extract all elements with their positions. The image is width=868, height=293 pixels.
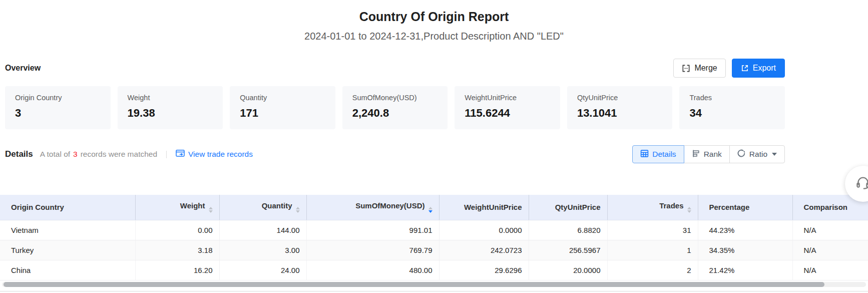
- tab-ratio-label: Ratio: [749, 150, 767, 159]
- stat-card-weight-unit-price: WeightUnitPrice 115.6244: [455, 86, 560, 129]
- match-summary-suffix: records were matched: [81, 150, 157, 158]
- cell-comparison: N/A: [792, 220, 868, 240]
- stat-label: WeightUnitPrice: [465, 94, 550, 102]
- col-header-label: Percentage: [709, 203, 750, 211]
- cell-sum-of-money: 480.00: [306, 260, 439, 280]
- overview-toolbar: Overview Merge Export: [0, 59, 868, 78]
- cell-weight: 3.18: [135, 240, 219, 260]
- cell-quantity: 24.00: [219, 260, 306, 280]
- page-bottom-edge: [0, 291, 868, 291]
- export-button[interactable]: Export: [732, 59, 785, 78]
- col-header-label: Comparison: [804, 203, 848, 211]
- stat-label: Trades: [689, 94, 775, 102]
- toolbar-buttons: Merge Export: [673, 59, 785, 78]
- tab-details[interactable]: Details: [632, 145, 684, 163]
- table-row-turkey: Turkey 3.18 3.00 769.79 242.0723 256.596…: [0, 240, 868, 260]
- stat-label: Origin Country: [15, 94, 101, 102]
- cell-origin-country: Turkey: [0, 240, 135, 260]
- cell-comparison: N/A: [792, 260, 868, 280]
- table-row-vietnam: Vietnam 0.00 144.00 991.01 0.0000 6.8820…: [0, 220, 868, 240]
- cell-trades: 2: [607, 260, 698, 280]
- stat-card-trades: Trades 34: [679, 86, 785, 129]
- stat-card-quantity: Quantity 171: [230, 86, 335, 129]
- stat-label: Weight: [128, 94, 213, 102]
- results-table: Origin Country Weight Quantity SumOfMone…: [0, 195, 868, 280]
- cell-percentage: 34.35%: [698, 240, 792, 260]
- horizontal-scrollbar-thumb[interactable]: [4, 282, 824, 287]
- col-header-trades[interactable]: Trades: [607, 195, 698, 220]
- stat-value: 34: [689, 107, 775, 120]
- stat-label: SumOfMoney(USD): [352, 94, 438, 102]
- stat-value: 2,240.8: [352, 107, 438, 120]
- cell-weight-unit-price: 242.0723: [439, 240, 529, 260]
- table-grid-icon: [640, 149, 649, 160]
- view-trade-records-link[interactable]: View trade records: [176, 149, 253, 159]
- chevron-down-icon: [772, 153, 777, 156]
- headset-icon: [855, 175, 868, 193]
- merge-cells-icon: [682, 64, 690, 73]
- cell-percentage: 44.23%: [698, 220, 792, 240]
- col-header-label: QtyUnitPrice: [555, 203, 601, 211]
- stat-label: Quantity: [240, 94, 325, 102]
- details-label: Details: [5, 149, 33, 159]
- match-count: 3: [70, 150, 81, 158]
- page-title: Country Of Origin Report: [0, 0, 868, 24]
- col-header-label: Weight: [180, 201, 205, 210]
- cell-trades: 31: [607, 220, 698, 240]
- cell-weight-unit-price: 0.0000: [439, 220, 529, 240]
- cell-qty-unit-price: 20.0000: [529, 260, 607, 280]
- cell-sum-of-money: 991.01: [306, 220, 439, 240]
- stat-value: 3: [15, 107, 101, 120]
- stat-value: 171: [240, 107, 325, 120]
- cell-percentage: 21.42%: [698, 260, 792, 280]
- stat-card-qty-unit-price: QtyUnitPrice 13.1041: [567, 86, 673, 129]
- overview-cards: Origin Country 3 Weight 19.38 Quantity 1…: [0, 86, 868, 129]
- trade-window-icon: [176, 149, 185, 159]
- col-header-quantity[interactable]: Quantity: [219, 195, 306, 220]
- col-header-origin-country: Origin Country: [0, 195, 135, 220]
- match-summary-prefix: A total of: [40, 150, 70, 158]
- horizontal-scrollbar-track[interactable]: [2, 282, 866, 287]
- col-header-percentage: Percentage: [698, 195, 792, 220]
- view-trade-records-label: View trade records: [188, 150, 253, 159]
- caret-sort-icon-desc-active: [428, 207, 432, 213]
- merge-button-label: Merge: [694, 64, 717, 73]
- cell-origin-country: Vietnam: [0, 220, 135, 240]
- stat-value: 19.38: [128, 107, 213, 120]
- merge-button[interactable]: Merge: [673, 59, 725, 78]
- tab-rank[interactable]: Rank: [684, 145, 730, 163]
- external-link-icon: [741, 64, 749, 72]
- col-header-weight[interactable]: Weight: [135, 195, 219, 220]
- table-header: Origin Country Weight Quantity SumOfMone…: [0, 195, 868, 220]
- table-header-row: Origin Country Weight Quantity SumOfMone…: [0, 195, 868, 220]
- caret-sort-icon: [296, 207, 300, 213]
- cell-weight: 16.20: [135, 260, 219, 280]
- tab-ratio[interactable]: Ratio: [729, 145, 785, 163]
- stat-value: 13.1041: [577, 107, 663, 120]
- cell-comparison: N/A: [792, 240, 868, 260]
- stat-label: QtyUnitPrice: [577, 94, 663, 102]
- ratio-ring-icon: [737, 149, 746, 160]
- caret-sort-icon: [687, 207, 691, 213]
- match-summary: A total of3records were matched: [40, 150, 157, 159]
- cell-weight: 0.00: [135, 220, 219, 240]
- cell-origin-country: China: [0, 260, 135, 280]
- col-header-label: Quantity: [262, 201, 292, 210]
- cell-weight-unit-price: 29.6296: [439, 260, 529, 280]
- stat-card-origin-country: Origin Country 3: [5, 86, 111, 129]
- rank-bars-icon: [692, 149, 700, 160]
- details-bar: Details A total of3records were matched …: [0, 145, 868, 164]
- view-toggle-group: Details Rank Ratio: [632, 145, 785, 163]
- cell-quantity: 3.00: [219, 240, 306, 260]
- col-header-label: Origin Country: [11, 203, 64, 211]
- col-header-label: WeightUnitPrice: [464, 203, 522, 211]
- cell-trades: 1: [607, 240, 698, 260]
- stat-card-weight: Weight 19.38: [118, 86, 223, 129]
- stat-card-sum-of-money: SumOfMoney(USD) 2,240.8: [342, 86, 448, 129]
- export-button-label: Export: [753, 64, 776, 73]
- col-header-label: SumOfMoney(USD): [355, 201, 424, 210]
- col-header-sum-of-money[interactable]: SumOfMoney(USD): [306, 195, 439, 220]
- cell-qty-unit-price: 256.5967: [529, 240, 607, 260]
- cell-sum-of-money: 769.79: [306, 240, 439, 260]
- col-header-qty-unit-price: QtyUnitPrice: [529, 195, 607, 220]
